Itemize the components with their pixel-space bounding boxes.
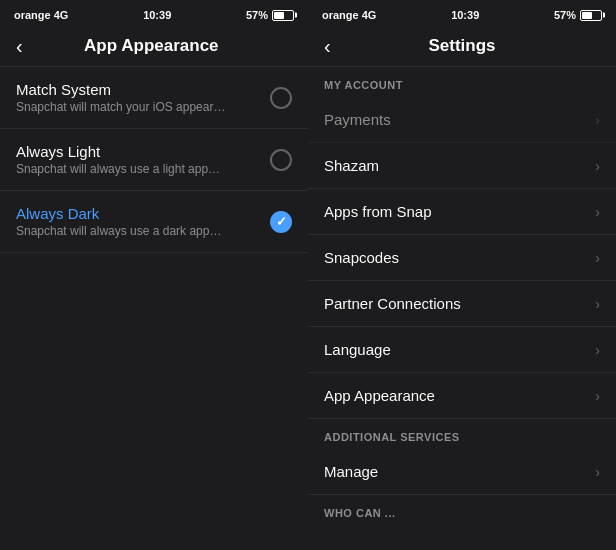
right-time: 10:39: [451, 9, 479, 21]
left-panel: orange 4G 10:39 57% ‹ App Appearance Mat…: [0, 0, 308, 550]
payments-chevron-icon: ›: [595, 112, 600, 128]
language-chevron-icon: ›: [595, 342, 600, 358]
snapcodes-item[interactable]: Snapcodes ›: [308, 235, 616, 281]
who-can-header: WHO CAN ...: [308, 495, 616, 525]
manage-chevron-icon: ›: [595, 464, 600, 480]
left-carrier: orange 4G: [14, 9, 68, 21]
always-dark-text: Always Dark Snapchat will always use a d…: [16, 205, 270, 238]
match-system-subtitle: Snapchat will match your iOS appear…: [16, 100, 270, 114]
always-dark-title: Always Dark: [16, 205, 270, 222]
appearance-options-list: Match System Snapchat will match your iO…: [0, 67, 308, 550]
app-appearance-chevron-icon: ›: [595, 388, 600, 404]
left-back-button[interactable]: ‹: [16, 36, 23, 56]
always-dark-subtitle: Snapchat will always use a dark app…: [16, 224, 270, 238]
language-item[interactable]: Language ›: [308, 327, 616, 373]
right-battery-percent: 57%: [554, 9, 576, 21]
apps-from-snap-chevron-icon: ›: [595, 204, 600, 220]
apps-from-snap-label: Apps from Snap: [324, 203, 595, 220]
shazam-label: Shazam: [324, 157, 595, 174]
left-battery-icon: [272, 10, 294, 21]
right-battery-area: 57%: [554, 9, 602, 21]
left-time: 10:39: [143, 9, 171, 21]
match-system-text: Match System Snapchat will match your iO…: [16, 81, 270, 114]
always-light-subtitle: Snapchat will always use a light app…: [16, 162, 270, 176]
manage-label: Manage: [324, 463, 595, 480]
match-system-title: Match System: [16, 81, 270, 98]
left-nav-title: App Appearance: [31, 36, 272, 56]
always-light-title: Always Light: [16, 143, 270, 160]
right-status-bar: orange 4G 10:39 57%: [308, 0, 616, 28]
shazam-item[interactable]: Shazam ›: [308, 143, 616, 189]
right-panel: orange 4G 10:39 57% ‹ Settings MY ACCOUN…: [308, 0, 616, 550]
left-battery-percent: 57%: [246, 9, 268, 21]
app-appearance-item[interactable]: App Appearance ›: [308, 373, 616, 419]
payments-item[interactable]: Payments ›: [308, 97, 616, 143]
right-nav-title: Settings: [428, 36, 495, 56]
settings-list: MY ACCOUNT Payments › Shazam › Apps from…: [308, 67, 616, 550]
language-label: Language: [324, 341, 595, 358]
left-nav-header: ‹ App Appearance: [0, 28, 308, 67]
apps-from-snap-item[interactable]: Apps from Snap ›: [308, 189, 616, 235]
right-back-button[interactable]: ‹: [324, 35, 331, 58]
checkmark-icon: ✓: [276, 214, 287, 229]
partner-connections-item[interactable]: Partner Connections ›: [308, 281, 616, 327]
my-account-header: MY ACCOUNT: [308, 67, 616, 97]
always-dark-radio[interactable]: ✓: [270, 211, 292, 233]
shazam-chevron-icon: ›: [595, 158, 600, 174]
left-status-bar: orange 4G 10:39 57%: [0, 0, 308, 28]
match-system-radio[interactable]: [270, 87, 292, 109]
always-light-text: Always Light Snapchat will always use a …: [16, 143, 270, 176]
always-dark-option[interactable]: Always Dark Snapchat will always use a d…: [0, 191, 308, 253]
always-light-radio[interactable]: [270, 149, 292, 171]
additional-services-header: ADDITIONAL SERVICES: [308, 419, 616, 449]
snapcodes-label: Snapcodes: [324, 249, 595, 266]
right-nav-header: ‹ Settings: [308, 28, 616, 67]
always-light-option[interactable]: Always Light Snapchat will always use a …: [0, 129, 308, 191]
app-appearance-label: App Appearance: [324, 387, 595, 404]
match-system-option[interactable]: Match System Snapchat will match your iO…: [0, 67, 308, 129]
partner-connections-chevron-icon: ›: [595, 296, 600, 312]
manage-item[interactable]: Manage ›: [308, 449, 616, 495]
right-carrier: orange 4G: [322, 9, 376, 21]
left-battery-area: 57%: [246, 9, 294, 21]
right-battery-icon: [580, 10, 602, 21]
payments-label: Payments: [324, 111, 595, 128]
snapcodes-chevron-icon: ›: [595, 250, 600, 266]
partner-connections-label: Partner Connections: [324, 295, 595, 312]
